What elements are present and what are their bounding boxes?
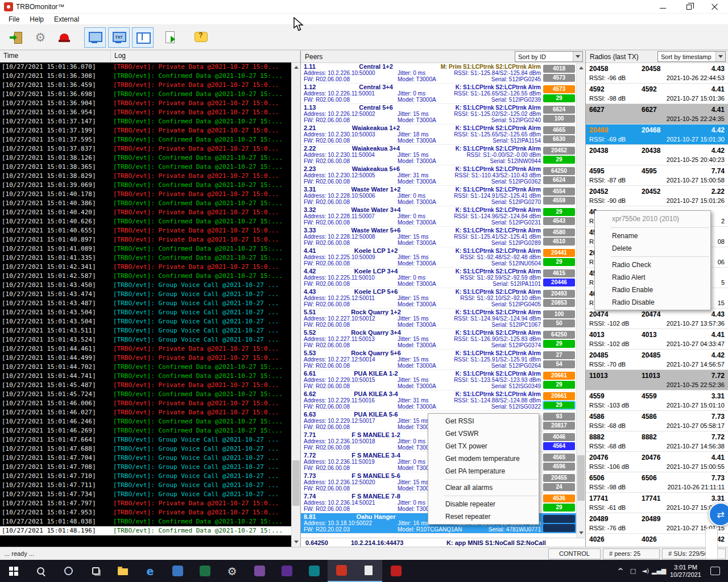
photos-app-icon[interactable] bbox=[164, 560, 191, 582]
minimize-button[interactable] bbox=[650, 0, 676, 13]
peer-row[interactable]: 3.31Waste Water 1+2K: S1:LCPtrnk S2:LCPt… bbox=[301, 186, 576, 206]
menu-item-delete[interactable]: Delete bbox=[595, 242, 710, 255]
log-row[interactable]: [10/27/2021 15:01:36.070][TRBO/evt]: Pri… bbox=[0, 63, 291, 72]
menu-item-get-vswr[interactable]: Get VSWR bbox=[428, 427, 539, 440]
remote-widget-button[interactable]: ⇄ bbox=[709, 502, 728, 526]
log-row[interactable]: [10/27/2021 15:01:46.269][TRBO/evt]: Con… bbox=[0, 426, 291, 435]
radio-row[interactable]: 20438204384.422021-10-25 20:40:23 bbox=[586, 145, 728, 165]
log-row[interactable]: [10/27/2021 15:01:43.524][TRBO/evt]: Gro… bbox=[0, 335, 291, 344]
radio-row[interactable]: 401340134.41RSSI: -102 dB2021-10-27 04:3… bbox=[586, 329, 728, 350]
log-row[interactable]: [10/27/2021 15:01:47.708][TRBO/evt]: Gro… bbox=[0, 463, 291, 472]
log-row[interactable]: [10/27/2021 15:01:47.710][TRBO/evt]: Gro… bbox=[0, 472, 291, 481]
radio-row[interactable]: 458645867.73RSSI: -68 dB2021-10-27 05:58… bbox=[586, 411, 728, 431]
log-row[interactable]: [10/27/2021 15:01:36.904][TRBO/evt]: Pri… bbox=[0, 99, 291, 108]
log-row[interactable]: [10/27/2021 15:01:38.829][TRBO/evt]: Pri… bbox=[0, 172, 291, 181]
peer-row[interactable]: 5.52Rock Quarry 3+4K: S1:LCPtrnk S2:LCPt… bbox=[301, 329, 576, 350]
office-app-icon[interactable] bbox=[191, 560, 218, 582]
log-row[interactable]: [10/27/2021 15:01:45.724][TRBO/evt]: Con… bbox=[0, 390, 291, 399]
edge-icon[interactable]: e bbox=[136, 560, 164, 582]
log-row[interactable]: [10/27/2021 15:01:42.341][TRBO/evt]: Pri… bbox=[0, 263, 291, 272]
peer-row[interactable]: 1.12Central 3+4K: S1:LCPtrnk S2:LCPtrnk … bbox=[301, 84, 576, 104]
log-row[interactable]: [10/27/2021 15:01:41.089][TRBO/evt]: Con… bbox=[0, 244, 291, 253]
menu-external[interactable]: External bbox=[49, 15, 84, 24]
log-row[interactable]: [10/27/2021 15:01:47.664][TRBO/evt]: Gro… bbox=[0, 435, 291, 444]
log-row[interactable]: [10/27/2021 15:01:43.511][TRBO/evt]: Gro… bbox=[0, 326, 291, 335]
scroll-up-icon[interactable] bbox=[577, 63, 585, 72]
log-scrollbar[interactable] bbox=[291, 63, 300, 547]
menu-file[interactable]: File bbox=[3, 15, 24, 24]
tray-expand-icon[interactable]: ^ bbox=[614, 567, 627, 575]
log-row[interactable]: [10/27/2021 15:01:47.704][TRBO/evt]: Gro… bbox=[0, 454, 291, 463]
peer-row[interactable]: 6.61PUA KILEA 1-2K: S1:LCPtrnk S2:LCPtrn… bbox=[301, 370, 576, 390]
log-row[interactable]: [10/27/2021 15:01:40.655][TRBO/evt]: Pri… bbox=[0, 226, 291, 235]
peer-row[interactable]: 6.62PUA KILEA 3-4K: S1:LCPtrnk S2:LCPtrn… bbox=[301, 390, 576, 411]
menu-item-rename[interactable]: Rename bbox=[595, 230, 710, 242]
peer-row[interactable]: 2.23Waiakeakua 5+6K: S1:LCPtrnk S2:LCPtr… bbox=[301, 165, 576, 186]
log-row[interactable]: [10/27/2021 15:01:40.626][TRBO/evt]: Con… bbox=[0, 217, 291, 226]
time-column-header[interactable]: Time bbox=[0, 51, 111, 62]
settings-icon[interactable]: ⚙ bbox=[218, 560, 246, 582]
task-view-icon[interactable] bbox=[82, 560, 109, 582]
peers-sort-dropdown[interactable]: Sort by ID bbox=[515, 51, 583, 62]
log-row[interactable]: [10/27/2021 15:01:47.734][TRBO/evt]: Gro… bbox=[0, 490, 291, 499]
log-scrollbar-thumb[interactable] bbox=[292, 460, 300, 506]
log-row[interactable]: [10/27/2021 15:01:44.702][TRBO/evt]: Con… bbox=[0, 363, 291, 372]
search-icon[interactable] bbox=[27, 560, 55, 582]
log-row[interactable]: [10/27/2021 15:01:36.459][TRBO/evt]: Pri… bbox=[0, 81, 291, 90]
cortana-icon[interactable] bbox=[55, 560, 82, 582]
log-row[interactable]: [10/27/2021 15:01:48.196][TRBO/evt]: Con… bbox=[0, 526, 291, 535]
log-row[interactable]: [10/27/2021 15:01:47.797][TRBO/evt]: Pri… bbox=[0, 499, 291, 508]
log-row[interactable]: [10/27/2021 15:01:37.147][TRBO/evt]: Con… bbox=[0, 117, 291, 126]
menu-item-clear-all-alarms[interactable]: Clear all alarms bbox=[428, 481, 539, 494]
log-row[interactable]: [10/27/2021 15:01:47.711][TRBO/evt]: Gro… bbox=[0, 481, 291, 490]
radio-row[interactable]: 20474204744.43RSSI: -102 dB2021-10-27 13… bbox=[586, 309, 728, 329]
log-row[interactable]: [10/27/2021 15:01:40.386][TRBO/evt]: Con… bbox=[0, 199, 291, 208]
log-row[interactable]: [10/27/2021 15:01:40.897][TRBO/evt]: Pri… bbox=[0, 235, 291, 244]
taskbar-clock[interactable]: 3:01 PM10/27/2021 bbox=[664, 564, 707, 579]
peers-footer-row[interactable]: 0.64250 10.2.214.16:44473 K: app MNIS S1… bbox=[301, 538, 585, 547]
restore-button[interactable] bbox=[676, 0, 702, 13]
tray-display-icon[interactable]: □ bbox=[627, 567, 639, 575]
log-row[interactable]: [10/27/2021 15:01:43.504][TRBO/evt]: Gro… bbox=[0, 317, 291, 326]
radio-row[interactable]: 20485204854.42RSSI: -70 dB2021-10-27 14:… bbox=[586, 350, 728, 370]
menu-item-get-pa-temperature[interactable]: Get PA temperature bbox=[428, 465, 539, 477]
log-row[interactable]: [10/27/2021 15:01:42.587][TRBO/evt]: Con… bbox=[0, 272, 291, 281]
help-button[interactable]: ? bbox=[190, 27, 212, 48]
radio-row[interactable]: 20452204522.22RSSI: -90 dB2021-10-27 15:… bbox=[586, 186, 728, 206]
menu-item-radio-alert[interactable]: Radio Alert bbox=[595, 271, 710, 284]
trbomonitor-taskbar-icon[interactable] bbox=[328, 560, 355, 582]
peer-row[interactable]: 2.21Waiakeakua 1+2K: S1:LCPtrnk S2:LCPtr… bbox=[301, 124, 576, 145]
start-icon[interactable] bbox=[0, 560, 27, 582]
store-app-icon[interactable] bbox=[246, 560, 273, 582]
log-row[interactable]: [10/27/2021 15:01:36.954][TRBO/evt]: Pri… bbox=[0, 108, 291, 117]
peer-row[interactable]: 4.41Koele LCP 1+2K: S1:LCPtrnk S2:LCPtrn… bbox=[301, 247, 576, 268]
peer-row[interactable]: 1.11Central 1+2M: Prim S1:LCPtrnk S2:LCP… bbox=[301, 63, 576, 84]
log-row[interactable]: [10/27/2021 15:01:43.450][TRBO/evt]: Gro… bbox=[0, 281, 291, 290]
tray-volume-icon[interactable]: ◄) bbox=[639, 567, 652, 575]
peer-row[interactable]: 1.13Central 5+6K: S1:LCPtrnk S2:LCPtrnk … bbox=[301, 104, 576, 124]
log-row[interactable]: [10/27/2021 15:01:44.461][TRBO/evt]: Pri… bbox=[0, 344, 291, 354]
radio-row[interactable]: 20468204684.42RSSI: -69 dB2021-10-27 15:… bbox=[586, 124, 728, 145]
menu-item-radio-check[interactable]: Radio Check bbox=[595, 259, 710, 271]
connect-button[interactable] bbox=[6, 27, 27, 48]
log-row[interactable]: [10/27/2021 15:01:38.365][TRBO/evt]: Con… bbox=[0, 163, 291, 172]
log-row[interactable]: [10/27/2021 15:01:39.069][TRBO/evt]: Con… bbox=[0, 181, 291, 190]
peer-row[interactable]: 4.43Koele LCP 5+6K: S1:LCPtrnk S2:LCPtrn… bbox=[301, 288, 576, 309]
text-view-button[interactable]: TXT bbox=[108, 27, 130, 48]
menu-item-get-rssi[interactable]: Get RSSI bbox=[428, 415, 539, 427]
log-row[interactable]: [10/27/2021 15:01:41.335][TRBO/evt]: Con… bbox=[0, 253, 291, 263]
peer-row[interactable]: 5.53Rock Quarry 5+6K: S1:LCPtrnk S2:LCPt… bbox=[301, 350, 576, 370]
radio-row[interactable]: 650665067.73RSSI: -98 dB2021-10-26 21:11… bbox=[586, 472, 728, 493]
log-row[interactable]: [10/27/2021 15:01:36.308][TRBO/evt]: Con… bbox=[0, 72, 291, 81]
voice-app-icon[interactable] bbox=[273, 560, 300, 582]
tray-network-icon[interactable]: ▂▄▆ bbox=[652, 567, 664, 575]
mail-app-icon[interactable] bbox=[382, 560, 410, 582]
log-column-header[interactable]: Log bbox=[111, 51, 300, 62]
log-row[interactable]: [10/27/2021 15:01:44.741][TRBO/evt]: Con… bbox=[0, 372, 291, 381]
radio-row[interactable]: 459545957.74RSSI: -87 dB2021-10-27 15:00… bbox=[586, 165, 728, 186]
menu-item-disable-repeater[interactable]: Disable repeater bbox=[428, 498, 539, 510]
log-row[interactable]: [10/27/2021 15:01:43.487][TRBO/evt]: Gro… bbox=[0, 299, 291, 308]
action-center-icon[interactable] bbox=[710, 567, 720, 575]
log-row[interactable]: [10/27/2021 15:01:47.688][TRBO/evt]: Gro… bbox=[0, 444, 291, 454]
menu-item-reset-repeater[interactable]: Reset repeater bbox=[428, 510, 539, 523]
